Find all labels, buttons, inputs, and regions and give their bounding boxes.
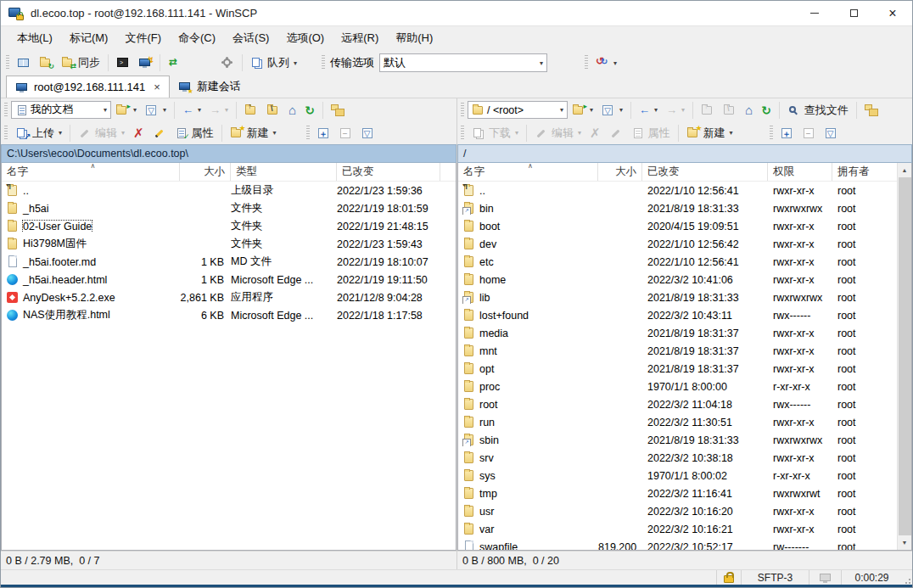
open-terminal-button[interactable]: > xyxy=(112,53,134,72)
file-row[interactable]: run2022/3/2 11:30:51rwxr-xr-xroot xyxy=(458,413,897,431)
local-sync-browsing-button[interactable] xyxy=(327,101,349,120)
local-unselect-button[interactable]: − xyxy=(335,124,357,143)
refresh-session-button[interactable]: ⇄ xyxy=(164,53,186,72)
file-row[interactable]: home2022/3/2 10:41:06rwxr-xr-xroot xyxy=(458,271,897,288)
local-path-bar[interactable]: C:\Users\ecoo\Documents\dl.ecoo.top\ xyxy=(1,144,456,163)
remote-rename-button[interactable] xyxy=(605,124,627,143)
minimize-button[interactable] xyxy=(795,1,834,25)
menu-options[interactable]: 选项(O) xyxy=(278,27,332,49)
file-row[interactable]: proc1970/1/1 8:00:00r-xr-xr-xroot xyxy=(458,378,897,395)
remote-properties-button[interactable]: 属性 xyxy=(627,122,675,144)
column-header-size[interactable]: 大小 xyxy=(598,163,642,181)
file-row[interactable]: var2022/3/2 10:16:21rwxr-xr-xroot xyxy=(458,520,897,538)
file-row[interactable]: etc2022/1/10 12:56:41rwxr-xr-xroot xyxy=(458,253,897,271)
column-header-size[interactable]: 大小 xyxy=(180,163,231,181)
local-root-directory-button[interactable]: \ xyxy=(262,101,284,120)
file-row[interactable]: _h5ai文件夹2022/1/19 18:01:59 xyxy=(2,199,456,217)
open-putty-button[interactable]: ↯ xyxy=(134,53,156,72)
remote-drive-combo[interactable]: / <root> ▾ xyxy=(468,101,568,119)
tab-close-icon[interactable]: × xyxy=(154,81,160,93)
file-row[interactable]: opt2021/8/19 18:31:37rwxr-xr-xroot xyxy=(458,360,897,378)
synchronize-button[interactable]: ⇄同步 xyxy=(57,52,104,74)
toolbar-grip[interactable] xyxy=(4,103,8,118)
file-row[interactable]: _h5ai.footer.md1 KBMD 文件2022/1/19 18:10:… xyxy=(2,253,456,271)
session-duration[interactable]: 0:00:29 xyxy=(841,570,902,585)
toolbar-grip[interactable] xyxy=(306,126,310,141)
menu-remote[interactable]: 远程(R) xyxy=(333,27,386,49)
local-select-button[interactable]: ＋ xyxy=(313,124,335,143)
remote-unselect-button[interactable]: − xyxy=(798,124,821,143)
file-row[interactable]: mnt2021/8/19 18:31:37rwxr-xr-xroot xyxy=(458,342,897,360)
file-row[interactable]: ..2022/1/10 12:56:41rwxr-xr-xroot xyxy=(458,182,897,199)
file-row[interactable]: lib2021/8/19 18:31:33rwxrwxrwxroot xyxy=(458,288,897,306)
local-forward-button[interactable]: →▾ xyxy=(205,100,232,120)
column-header-name[interactable]: 名字∧ xyxy=(2,163,180,181)
remote-refresh-button[interactable]: ↻ xyxy=(757,100,776,120)
preferences-button[interactable] xyxy=(216,53,238,72)
column-header-owner[interactable]: 拥有者 xyxy=(832,163,897,181)
menu-help[interactable]: 帮助(H) xyxy=(388,27,440,49)
file-row[interactable]: sys1970/1/1 8:00:02r-xr-xr-xroot xyxy=(458,467,897,484)
menu-local[interactable]: 本地(L) xyxy=(9,27,60,49)
column-header-changed[interactable]: 已改变 xyxy=(337,163,440,181)
menu-command[interactable]: 命令(C) xyxy=(171,27,223,49)
resize-grip[interactable] xyxy=(904,577,910,584)
scroll-up-icon[interactable]: ▲ xyxy=(898,163,911,177)
local-rename-button[interactable] xyxy=(148,124,171,143)
session-tab-active[interactable]: root@192.168.111.141 × xyxy=(6,76,170,98)
column-header-name[interactable]: 名字∧ xyxy=(458,163,598,181)
remote-selection-filter-button[interactable]: ▽ xyxy=(821,124,843,143)
synchronize-browsing-button[interactable]: ↻ xyxy=(35,53,57,72)
remote-open-directory-button[interactable]: ▸▾ xyxy=(568,101,597,120)
toolbar-grip[interactable] xyxy=(6,55,9,70)
download-button[interactable]: 下载▾ xyxy=(468,122,523,144)
file-row[interactable]: dev2022/1/10 12:56:42rwxr-xr-xroot xyxy=(458,235,897,253)
toolbar-grip[interactable] xyxy=(461,126,464,141)
remote-new-button[interactable]: ★新建▾ xyxy=(682,122,737,144)
toolbar-grip[interactable] xyxy=(322,55,325,70)
remote-edit-button[interactable]: 编辑▾ xyxy=(530,122,585,144)
remote-parent-directory-button[interactable]: ↑ xyxy=(697,101,719,120)
remote-sync-browsing-button[interactable] xyxy=(860,101,882,120)
file-row[interactable]: srv2022/3/2 10:38:18rwxr-xr-xroot xyxy=(458,449,897,467)
remote-forward-button[interactable]: →▾ xyxy=(662,100,689,120)
file-row[interactable]: sbin2021/8/19 18:31:33rwxrwxrwxroot xyxy=(458,431,897,449)
menu-mark[interactable]: 标记(M) xyxy=(62,27,116,49)
toolbar-grip[interactable] xyxy=(585,55,588,70)
file-row[interactable]: 02-User Guide文件夹2022/1/19 21:48:15 xyxy=(2,217,456,235)
remote-home-button[interactable]: ⌂ xyxy=(741,99,757,120)
remote-select-button[interactable]: ＋ xyxy=(776,124,798,143)
split-panels-button[interactable] xyxy=(13,53,35,72)
connection-status[interactable] xyxy=(809,570,841,585)
close-button[interactable]: × xyxy=(873,1,912,25)
file-row[interactable]: AnyDesk+5.2.2.exe2,861 KB应用程序2021/12/8 9… xyxy=(2,288,456,306)
toolbar-grip[interactable] xyxy=(4,126,8,141)
vertical-scrollbar[interactable]: ▲ ▼ xyxy=(897,163,911,550)
file-row[interactable]: ..上级目录2022/1/23 1:59:36 xyxy=(2,182,456,199)
local-edit-button[interactable]: 编辑▾ xyxy=(74,122,129,144)
file-row[interactable]: Hi3798M固件文件夹2022/1/23 1:59:43 xyxy=(2,235,456,253)
file-row[interactable]: boot2020/4/15 19:09:51rwxr-xr-xroot xyxy=(458,217,897,235)
transfer-settings-combo[interactable]: 默认 ▾ xyxy=(379,53,547,72)
file-row[interactable]: media2021/8/19 18:31:37rwxr-xr-xroot xyxy=(458,324,897,342)
queue-button[interactable]: 队列▾ xyxy=(246,52,301,74)
local-open-directory-button[interactable]: ▸▾ xyxy=(111,101,141,120)
local-back-button[interactable]: ←▾ xyxy=(178,100,205,120)
scrollbar-thumb[interactable] xyxy=(899,177,911,535)
new-session-tab[interactable]: ★ 新建会话 xyxy=(170,76,249,98)
toolbar-grip[interactable] xyxy=(461,103,464,118)
column-header-type[interactable]: 类型 xyxy=(231,163,337,181)
maximize-button[interactable] xyxy=(834,1,873,25)
local-refresh-button[interactable]: ↻ xyxy=(300,100,319,120)
remote-delete-button[interactable]: ✗ xyxy=(585,122,605,144)
file-row[interactable]: tmp2022/3/2 11:16:41rwxrwxrwtroot xyxy=(458,484,897,502)
remote-filter-button[interactable]: ▽▾ xyxy=(597,101,627,120)
local-selection-filter-button[interactable]: ▽ xyxy=(357,124,379,143)
remote-back-button[interactable]: ←▾ xyxy=(635,100,662,120)
find-files-button[interactable]: 查找文件 xyxy=(783,99,853,121)
remote-path-bar[interactable]: / xyxy=(457,144,912,163)
local-properties-button[interactable]: ✓属性 xyxy=(171,122,218,144)
menu-file[interactable]: 文件(F) xyxy=(117,27,169,49)
local-filter-button[interactable]: ▽▾ xyxy=(141,101,171,120)
menu-session[interactable]: 会话(S) xyxy=(225,27,277,49)
